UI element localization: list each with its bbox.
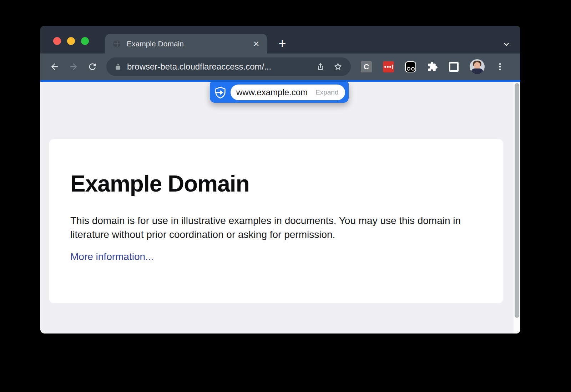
avatar-face xyxy=(474,62,480,69)
tab-title: Example Domain xyxy=(127,40,253,48)
more-information-link[interactable]: More information... xyxy=(70,251,153,263)
window-controls xyxy=(53,37,89,45)
minimize-window-button[interactable] xyxy=(67,37,75,45)
forward-button[interactable] xyxy=(66,59,81,75)
isolated-domain-text: www.example.com xyxy=(236,87,308,97)
tab-search-chevron-down-icon[interactable] xyxy=(501,40,512,49)
extension-c-icon[interactable]: C xyxy=(361,61,372,72)
lock-icon xyxy=(114,63,122,71)
expand-button[interactable]: Expand xyxy=(315,88,338,96)
reload-button[interactable] xyxy=(85,59,100,75)
url-text: browser-beta.cloudflareaccess.com/... xyxy=(127,62,312,72)
page-viewport: www.example.com Expand Example Domain Th… xyxy=(40,82,520,334)
tab-strip: Example Domain × + xyxy=(40,26,520,54)
arrow-left-icon xyxy=(50,62,60,72)
content-card: Example Domain This domain is for use in… xyxy=(49,139,503,303)
black-circles-extension-icon[interactable] xyxy=(405,61,416,72)
browser-window: Example Domain × + xyxy=(40,26,520,334)
puzzle-extensions-icon[interactable] xyxy=(427,61,438,72)
isolation-domain-pill[interactable]: www.example.com Expand xyxy=(210,82,349,103)
lastpass-extension-icon[interactable] xyxy=(383,61,394,72)
profile-avatar[interactable] xyxy=(470,59,485,74)
browser-tab[interactable]: Example Domain × xyxy=(105,34,267,54)
page-heading: Example Domain xyxy=(70,172,482,196)
browser-toolbar: browser-beta.cloudflareaccess.com/... C xyxy=(40,54,520,80)
back-button[interactable] xyxy=(47,59,62,75)
avatar-body xyxy=(471,68,483,74)
bookmark-star-icon[interactable] xyxy=(333,62,343,72)
side-panel-icon[interactable] xyxy=(449,62,459,72)
new-tab-button[interactable]: + xyxy=(277,39,288,50)
page-paragraph: This domain is for use in illustrative e… xyxy=(70,214,482,241)
plus-icon: + xyxy=(278,36,286,51)
arrow-right-icon xyxy=(69,62,79,72)
globe-favicon-icon xyxy=(112,40,121,48)
extension-c-letter: C xyxy=(364,62,369,71)
address-bar[interactable]: browser-beta.cloudflareaccess.com/... xyxy=(106,57,351,76)
refresh-icon xyxy=(87,62,97,72)
tab-close-icon[interactable]: × xyxy=(253,39,260,49)
share-icon[interactable] xyxy=(316,62,325,71)
scrollbar-thumb[interactable] xyxy=(515,83,519,318)
extensions-row: C xyxy=(361,59,485,74)
zoom-window-button[interactable] xyxy=(81,37,89,45)
isolated-url-field[interactable]: www.example.com Expand xyxy=(231,85,345,100)
scrollbar-track[interactable] xyxy=(514,82,520,334)
close-window-button[interactable] xyxy=(53,37,61,45)
shield-arrow-icon xyxy=(214,86,227,99)
browser-menu-kebab-icon[interactable] xyxy=(495,62,505,72)
